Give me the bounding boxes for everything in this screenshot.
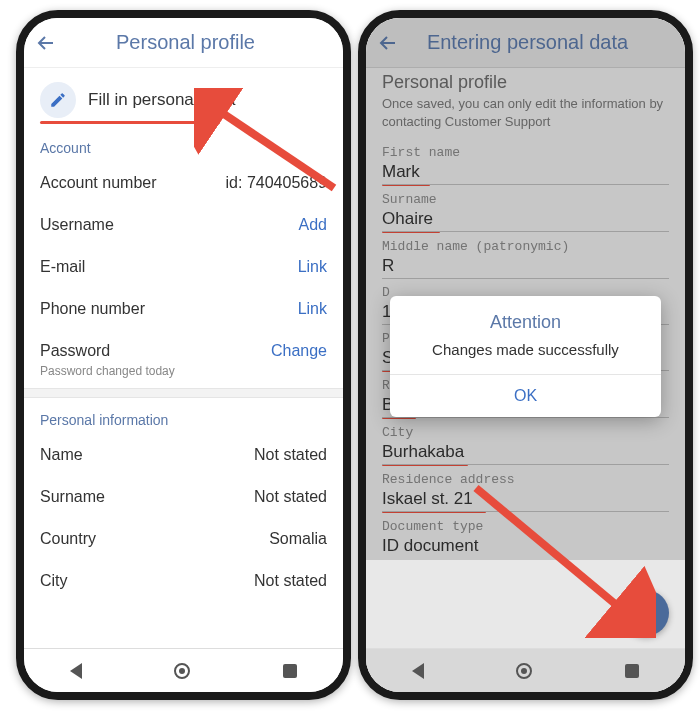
section-personal: Personal information bbox=[24, 398, 343, 434]
username-add-link[interactable]: Add bbox=[299, 216, 327, 234]
phone-label: Phone number bbox=[40, 300, 145, 318]
row-country: Country Somalia bbox=[24, 518, 343, 560]
row-surname: Surname Not stated bbox=[24, 476, 343, 518]
attention-dialog: Attention Changes made successfully OK bbox=[390, 296, 661, 417]
password-change-link[interactable]: Change bbox=[271, 342, 327, 360]
city-value: Not stated bbox=[254, 572, 327, 590]
header: Entering personal data bbox=[366, 18, 685, 68]
city-label: City bbox=[40, 572, 68, 590]
doctype-value[interactable]: ID document bbox=[382, 534, 669, 558]
page-title: Personal profile bbox=[38, 31, 333, 54]
screen-right: Entering personal data Personal profile … bbox=[366, 18, 685, 692]
first-name-value[interactable]: Mark bbox=[382, 160, 669, 185]
address-label: Residence address bbox=[382, 472, 669, 487]
surname-value: Not stated bbox=[254, 488, 327, 506]
nav-recent-icon[interactable] bbox=[283, 664, 297, 678]
account-number-label: Account number bbox=[40, 174, 157, 192]
row-city: City Not stated bbox=[24, 560, 343, 602]
row-username[interactable]: Username Add bbox=[24, 204, 343, 246]
section-account: Account bbox=[24, 126, 343, 162]
field-address[interactable]: Residence address Iskael st. 21 bbox=[366, 468, 685, 515]
fill-personal-data-label: Fill in personal data bbox=[88, 90, 235, 110]
city-label: City bbox=[382, 425, 669, 440]
info-note: Once saved, you can only edit the inform… bbox=[366, 93, 685, 141]
row-phone[interactable]: Phone number Link bbox=[24, 288, 343, 330]
first-name-label: First name bbox=[382, 145, 669, 160]
dialog-title: Attention bbox=[390, 312, 661, 333]
account-number-value: id: 740405689 bbox=[226, 174, 327, 192]
fill-personal-data-button[interactable]: Fill in personal data bbox=[24, 68, 343, 126]
android-navbar bbox=[24, 648, 343, 692]
nav-home-icon[interactable] bbox=[516, 663, 532, 679]
city-value[interactable]: Burhakaba bbox=[382, 440, 669, 465]
email-label: E-mail bbox=[40, 258, 85, 276]
row-email[interactable]: E-mail Link bbox=[24, 246, 343, 288]
screen-left: Personal profile Fill in personal data A… bbox=[24, 18, 343, 692]
middle-name-label: Middle name (patronymic) bbox=[382, 239, 669, 254]
name-value: Not stated bbox=[254, 446, 327, 464]
phone-left: Personal profile Fill in personal data A… bbox=[16, 10, 351, 700]
header: Personal profile bbox=[24, 18, 343, 68]
surname-label: Surname bbox=[382, 192, 669, 207]
field-first-name[interactable]: First name Mark bbox=[366, 141, 685, 188]
doctype-label: Document type bbox=[382, 519, 669, 534]
annotation-underline bbox=[40, 121, 220, 124]
country-label: Country bbox=[40, 530, 96, 548]
phone-right: Entering personal data Personal profile … bbox=[358, 10, 693, 700]
surname-label: Surname bbox=[40, 488, 105, 506]
dialog-ok-button[interactable]: OK bbox=[390, 374, 661, 417]
row-name: Name Not stated bbox=[24, 434, 343, 476]
nav-back-icon[interactable] bbox=[412, 663, 424, 679]
field-city[interactable]: City Burhakaba bbox=[366, 421, 685, 468]
row-account-number: Account number id: 740405689 bbox=[24, 162, 343, 204]
page-title: Entering personal data bbox=[380, 31, 675, 54]
dimmed-content: Entering personal data Personal profile … bbox=[366, 18, 685, 560]
field-middle-name[interactable]: Middle name (patronymic) R bbox=[366, 235, 685, 281]
name-label: Name bbox=[40, 446, 83, 464]
username-label: Username bbox=[40, 216, 114, 234]
password-sub: Password changed today bbox=[24, 364, 343, 388]
pencil-icon bbox=[40, 82, 76, 118]
address-value[interactable]: Iskael st. 21 bbox=[382, 487, 669, 512]
password-label: Password bbox=[40, 342, 110, 360]
nav-back-icon[interactable] bbox=[70, 663, 82, 679]
nav-home-icon[interactable] bbox=[174, 663, 190, 679]
android-navbar bbox=[366, 648, 685, 692]
field-doctype[interactable]: Document type ID document bbox=[366, 515, 685, 560]
email-link[interactable]: Link bbox=[298, 258, 327, 276]
surname-value[interactable]: Ohaire bbox=[382, 207, 669, 232]
phone-link[interactable]: Link bbox=[298, 300, 327, 318]
field-surname[interactable]: Surname Ohaire bbox=[366, 188, 685, 235]
middle-name-value[interactable]: R bbox=[382, 254, 669, 279]
divider bbox=[24, 388, 343, 398]
subheader: Personal profile bbox=[366, 68, 685, 93]
country-value: Somalia bbox=[269, 530, 327, 548]
dialog-body: Changes made successfully bbox=[390, 341, 661, 358]
confirm-fab-button[interactable] bbox=[623, 590, 669, 636]
check-icon bbox=[635, 602, 657, 624]
nav-recent-icon[interactable] bbox=[625, 664, 639, 678]
